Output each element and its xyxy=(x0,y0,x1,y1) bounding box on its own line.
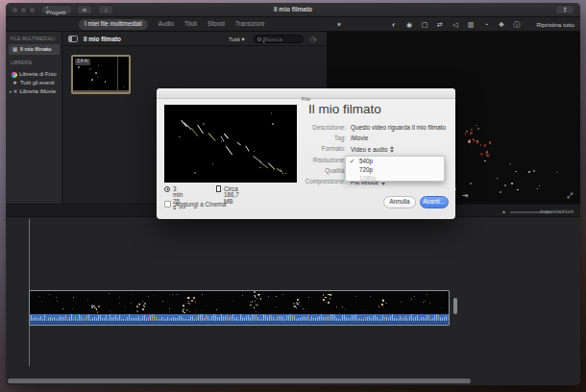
clip-thumbnail[interactable]: 3,4 m xyxy=(71,55,131,94)
import-button[interactable]: ↓ xyxy=(98,5,113,14)
volume-icon[interactable]: ◁ xyxy=(448,21,463,28)
reset-all-button[interactable]: Ripristina tutto xyxy=(536,22,574,28)
speed-icon[interactable]: ◔ xyxy=(478,21,494,28)
format-value: Video e audio xyxy=(351,146,387,153)
color-balance-icon[interactable]: ◐ xyxy=(386,21,402,28)
waveform-tick xyxy=(398,319,399,321)
waveform-tick xyxy=(123,319,124,321)
fullscreen-icon[interactable]: ⤢ xyxy=(567,192,573,200)
color-correction-icon[interactable]: ◉ xyxy=(402,21,417,28)
tab-my-media[interactable]: I miei file multimediali xyxy=(79,19,148,29)
stabilization-icon[interactable]: ⇄ xyxy=(432,21,448,28)
settings-button[interactable]: Impostazioni xyxy=(540,208,574,214)
menu-option-540p[interactable]: ✓ 540p xyxy=(346,157,444,165)
search-icon xyxy=(257,37,261,41)
speck xyxy=(268,296,269,297)
speck xyxy=(38,296,39,297)
cancel-button[interactable]: Annulla xyxy=(383,196,416,208)
speck xyxy=(303,308,304,309)
waveform-tick xyxy=(54,317,55,321)
waveform-tick xyxy=(334,315,335,321)
projects-button[interactable]: ‹ Progetti xyxy=(41,5,72,14)
crop-icon[interactable]: ▢ xyxy=(417,21,432,28)
speck xyxy=(187,309,188,310)
waveform-tick xyxy=(417,315,418,321)
speck xyxy=(260,298,262,300)
speck xyxy=(296,307,298,309)
next-button[interactable]: Avanti… xyxy=(420,196,449,208)
search-input[interactable] xyxy=(263,37,298,42)
menu-option-1080p: 1080p xyxy=(346,174,444,183)
waveform-tick xyxy=(267,317,268,321)
tab-audio[interactable]: Audio xyxy=(159,21,174,27)
waveform-tick xyxy=(102,318,103,321)
filter-dropdown[interactable]: Tutti ▾ xyxy=(229,37,245,42)
clip-info-icon[interactable]: ⓘ xyxy=(509,21,525,28)
effects-icon[interactable]: ❖ xyxy=(494,21,509,28)
film-icon: ▦ xyxy=(12,47,18,53)
speck xyxy=(98,306,100,307)
waveform-tick xyxy=(67,319,68,321)
skip-to-end-icon[interactable]: ⇥ xyxy=(462,192,468,200)
speck xyxy=(184,312,185,313)
browser-title: Il mio filmato xyxy=(84,37,121,42)
tab-titles[interactable]: Titoli xyxy=(184,21,197,27)
timeline xyxy=(6,217,580,385)
waveform-tick xyxy=(436,314,437,321)
waveform-tick xyxy=(163,318,164,321)
speck xyxy=(470,183,472,184)
export-size: Circa 186,7 MB xyxy=(224,186,239,205)
waveform-tick xyxy=(46,320,47,322)
speck xyxy=(336,306,337,307)
tab-transitions[interactable]: Transizioni xyxy=(235,21,264,27)
sidebar-toggle-icon[interactable] xyxy=(68,36,78,42)
sidebar-item-imovie-library[interactable]: ▸ ★ Libreria iMovie xyxy=(9,86,60,97)
speck xyxy=(300,306,301,306)
horizontal-scrollbar[interactable] xyxy=(8,379,471,383)
waveform-tick xyxy=(327,316,328,321)
speck xyxy=(254,291,256,293)
waveform-tick xyxy=(154,315,155,321)
tab-backgrounds[interactable]: Sfondi xyxy=(208,21,225,27)
noise-reduction-icon[interactable]: ▥ xyxy=(463,21,478,28)
clock-filter-icon[interactable]: ◷ xyxy=(310,36,316,42)
waveform-tick xyxy=(121,319,122,321)
waveform-tick xyxy=(44,314,45,321)
waveform-tick xyxy=(298,318,299,321)
waveform-tick xyxy=(432,318,433,321)
format-popup[interactable]: Video e audio xyxy=(351,146,395,153)
speck xyxy=(144,303,146,305)
menu-option-720p[interactable]: 720p xyxy=(346,165,444,174)
speck xyxy=(429,303,430,304)
clip-trim-handle[interactable] xyxy=(453,298,457,314)
theater-checkbox[interactable] xyxy=(164,201,171,208)
waveform-tick xyxy=(428,315,429,321)
speck xyxy=(91,305,93,306)
search-field[interactable] xyxy=(254,35,304,43)
checkmark-icon: ✓ xyxy=(350,157,354,165)
speck xyxy=(97,311,98,312)
waveform-tick xyxy=(336,318,337,321)
imovie-window: Il mio filmato ‹ Progetti ⧈ ↓ ↥ I miei f… xyxy=(6,3,580,385)
waveform-tick xyxy=(367,317,368,321)
waveform-tick xyxy=(186,319,187,321)
sidebar-item-project[interactable]: ▦ Il mio filmato xyxy=(9,44,60,55)
enhance-wand-icon[interactable]: ✶ xyxy=(336,21,342,28)
adjustment-toolbar: ◐ ◉ ▢ ⇄ ◁ ▥ ◔ ❖ ⓘ xyxy=(386,17,525,32)
speck xyxy=(256,298,257,299)
waveform-tick xyxy=(423,317,424,321)
waveform-tick xyxy=(259,319,260,321)
speck xyxy=(489,141,491,143)
speck xyxy=(179,136,180,137)
waveform-tick xyxy=(309,319,310,321)
import-media-button[interactable]: ⧈ xyxy=(77,5,92,14)
waveform-tick xyxy=(83,319,84,321)
waveform-tick xyxy=(332,314,333,321)
share-button[interactable]: ↥ xyxy=(555,5,574,14)
waveform-tick xyxy=(344,315,345,321)
imovie-star-icon: ★ xyxy=(12,89,19,95)
speck xyxy=(276,296,277,297)
waveform-tick xyxy=(242,317,243,321)
waveform-tick xyxy=(261,319,262,321)
timeline-clip[interactable] xyxy=(29,290,450,326)
